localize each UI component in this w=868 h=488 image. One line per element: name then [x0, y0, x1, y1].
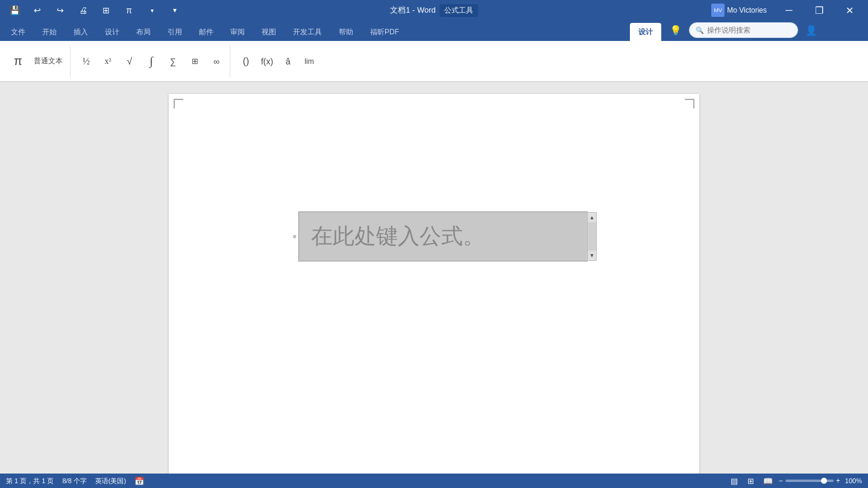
customize-button[interactable]: ▾: [165, 1, 184, 20]
zoom-in-icon[interactable]: +: [836, 477, 840, 485]
ribbon-group-structures: () f(x) â lim: [233, 45, 322, 78]
title-bar-right: MV Mo Victories ─ ❐ ✕: [711, 0, 863, 20]
tab-eq-design[interactable]: 设计: [630, 23, 661, 41]
equation-scrollbar[interactable]: ▲ ▼: [587, 212, 597, 261]
share-icon: ↗: [831, 26, 837, 34]
ribbon-group-symbols: ½ x² √ ∫ ∑ ⊞ ∞: [73, 45, 230, 78]
minimize-button[interactable]: ─: [775, 0, 803, 20]
tab-file[interactable]: 文件: [2, 23, 34, 41]
status-left: 第 1 页，共 1 页 8/8 个字 英语(美国) 📅: [6, 477, 144, 486]
calendar-icon[interactable]: 📅: [134, 477, 144, 486]
format-button[interactable]: ⊞: [96, 1, 116, 20]
share-button[interactable]: ↗ 共享: [825, 22, 861, 38]
save-button[interactable]: 💾: [5, 1, 24, 20]
ribbon-tabs: 文件 开始 插入 设计 布局 引用 邮件 审阅 视图 开发工具 帮助 福昕PDF…: [0, 20, 868, 41]
tab-view[interactable]: 视图: [253, 23, 285, 41]
tab-mail[interactable]: 邮件: [190, 23, 222, 41]
search-box: 🔍: [689, 22, 798, 38]
equation-box[interactable]: 在此处键入公式。 ▲ ▼: [298, 211, 588, 261]
normal-text-btn[interactable]: 普通文本: [30, 52, 66, 71]
tab-devtools[interactable]: 开发工具: [285, 23, 330, 41]
redo-button[interactable]: ↪: [51, 1, 70, 20]
tab-fupdf[interactable]: 福昕PDF: [362, 23, 407, 41]
more-symbols-btn[interactable]: ∞: [207, 52, 226, 71]
page-info: 第 1 页，共 1 页: [6, 477, 54, 486]
lightbulb-icon[interactable]: 💡: [666, 20, 685, 40]
search-input[interactable]: [707, 26, 791, 34]
user-account-icon[interactable]: 👤: [802, 20, 821, 40]
doc-page: ≡ 在此处键入公式。 ▲ ▼: [169, 94, 699, 474]
tab-insert[interactable]: 插入: [65, 23, 96, 41]
title-bar-left: 💾 ↩ ↪ 🖨 ⊞ π ▾ ▾: [5, 1, 184, 20]
ribbon-group-tools: π 普通文本: [5, 45, 71, 78]
restore-button[interactable]: ❐: [805, 0, 833, 20]
search-icon: 🔍: [696, 27, 704, 34]
scroll-down-btn[interactable]: ▼: [588, 251, 596, 260]
limit-btn[interactable]: lim: [300, 52, 319, 71]
equation-placeholder[interactable]: 在此处键入公式。: [311, 222, 485, 251]
equation-container[interactable]: ≡ 在此处键入公式。 ▲ ▼: [298, 211, 588, 261]
equation-handle[interactable]: ≡: [291, 211, 298, 261]
zoom-slider[interactable]: − +: [779, 477, 840, 485]
handle-icon: ≡: [293, 233, 297, 240]
bracket-btn[interactable]: (): [236, 52, 256, 71]
corner-mark-tl: [174, 99, 183, 108]
undo-button[interactable]: ↩: [28, 1, 47, 20]
zoom-track[interactable]: [785, 480, 834, 482]
scroll-track[interactable]: [588, 222, 596, 251]
accent-btn[interactable]: â: [278, 52, 298, 71]
document-area: ≡ 在此处键入公式。 ▲ ▼: [0, 82, 868, 474]
tab-design[interactable]: 设计: [96, 23, 128, 41]
script-btn[interactable]: x²: [98, 52, 118, 71]
status-right: ▤ ⊞ 📖 − + 100%: [728, 475, 862, 487]
function-btn[interactable]: f(x): [257, 52, 277, 71]
user-name: Mo Victories: [727, 6, 767, 14]
tab-layout[interactable]: 布局: [128, 23, 159, 41]
zoom-out-icon[interactable]: −: [779, 477, 783, 485]
share-label: 共享: [840, 25, 854, 36]
equation-tool-label: 公式工具: [439, 4, 478, 17]
operator-btn[interactable]: ∑: [163, 52, 183, 71]
pi-button[interactable]: π: [119, 1, 139, 20]
status-bar: 第 1 页，共 1 页 8/8 个字 英语(美国) 📅 ▤ ⊞ 📖 − + 10…: [0, 474, 868, 488]
scroll-up-btn[interactable]: ▲: [588, 213, 596, 222]
tab-review[interactable]: 审阅: [222, 23, 253, 41]
title-bar: 💾 ↩ ↪ 🖨 ⊞ π ▾ ▾ 文档1 - Word 公式工具 MV Mo Vi…: [0, 0, 868, 20]
doc-name: 文档1 - Word: [390, 5, 436, 16]
tab-home[interactable]: 开始: [34, 23, 65, 41]
view-normal-btn[interactable]: ▤: [728, 475, 740, 487]
matrix-btn[interactable]: ⊞: [185, 52, 204, 71]
integral-btn[interactable]: ∫: [142, 52, 161, 71]
view-read-btn[interactable]: 📖: [762, 475, 774, 487]
close-button[interactable]: ✕: [835, 0, 863, 20]
tab-help[interactable]: 帮助: [330, 23, 362, 41]
equation-tool-btn[interactable]: π: [8, 52, 28, 71]
ribbon-toolbar: π 普通文本 ½ x² √ ∫ ∑ ⊞ ∞ () f(x) â lim: [0, 41, 868, 82]
zoom-thumb[interactable]: [821, 478, 827, 484]
tab-references[interactable]: 引用: [159, 23, 190, 41]
corner-mark-tr: [685, 99, 694, 108]
fraction-btn[interactable]: ½: [77, 52, 96, 71]
view-web-btn[interactable]: ⊞: [745, 475, 757, 487]
print-button[interactable]: 🖨: [74, 1, 93, 20]
user-info: MV Mo Victories: [711, 4, 767, 17]
quick-access-dropdown[interactable]: ▾: [142, 1, 162, 20]
document-title: 文档1 - Word 公式工具: [390, 4, 478, 17]
radical-btn[interactable]: √: [120, 52, 139, 71]
zoom-level: 100%: [845, 477, 862, 484]
avatar: MV: [711, 4, 725, 17]
word-count: 8/8 个字: [62, 477, 86, 486]
language: 英语(美国): [95, 477, 126, 486]
